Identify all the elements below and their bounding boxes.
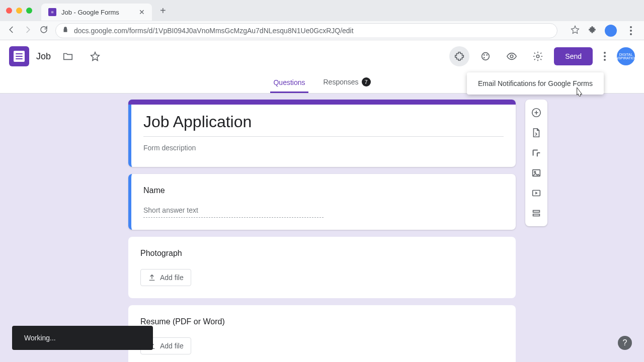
svg-point-1 [484, 54, 485, 56]
question-card-name[interactable]: Name Short answer text [128, 174, 516, 230]
window-maximize-button[interactable] [26, 8, 32, 14]
star-button[interactable] [85, 46, 105, 66]
doc-title[interactable]: Job [36, 51, 51, 62]
cursor-icon [574, 86, 584, 99]
svg-point-5 [537, 55, 540, 58]
account-avatar[interactable]: DIGITAL INSPIRATION [617, 47, 635, 65]
url-text: docs.google.com/forms/d/1VpBI094J0aVnoMm… [74, 27, 354, 35]
new-tab-button[interactable]: + [160, 5, 166, 17]
tab-responses[interactable]: Responses 7 [320, 77, 374, 93]
question-label[interactable]: Name [143, 186, 504, 195]
forms-header: Job Send DIGITAL INSPIRATION [0, 40, 644, 72]
tab-title: Job - Google Forms [61, 9, 119, 16]
browser-titlebar: ≡ Job - Google Forms ✕ + [0, 0, 644, 21]
help-icon: ? [623, 338, 627, 347]
lock-icon [62, 26, 69, 35]
tab-questions[interactable]: Questions [270, 78, 308, 93]
add-title-button[interactable] [525, 143, 547, 163]
question-card-photograph[interactable]: Photograph Add file [128, 237, 516, 298]
extensions-icon[interactable] [588, 25, 597, 36]
form-title[interactable]: Job Application [143, 113, 504, 137]
browser-menu-button[interactable] [625, 21, 637, 40]
title-card[interactable]: Job Application Form description [128, 100, 516, 167]
nav-buttons [7, 25, 48, 36]
browser-tab[interactable]: ≡ Job - Google Forms ✕ [41, 4, 152, 21]
short-answer-placeholder: Short answer text [143, 203, 324, 218]
move-folder-button[interactable] [58, 46, 78, 66]
status-toast: Working... [12, 326, 153, 350]
toolbar-right [565, 21, 637, 40]
add-file-label: Add file [160, 274, 184, 282]
tab-responses-label: Responses [324, 78, 359, 86]
question-label[interactable]: Resume (PDF or Word) [140, 317, 504, 326]
theme-button[interactable] [475, 46, 496, 66]
upload-icon [148, 274, 156, 282]
addons-button[interactable] [449, 46, 469, 66]
window-minimize-button[interactable] [16, 8, 22, 14]
back-button[interactable] [7, 25, 16, 36]
add-section-button[interactable] [525, 203, 547, 223]
bookmark-star-icon[interactable] [571, 25, 580, 36]
question-toolbar [525, 100, 547, 226]
svg-rect-11 [533, 214, 540, 216]
add-image-button[interactable] [525, 163, 547, 183]
add-file-button[interactable]: Add file [140, 269, 191, 286]
svg-point-3 [484, 57, 485, 58]
window-close-button[interactable] [6, 8, 12, 14]
window-controls [6, 8, 32, 14]
forms-logo[interactable] [9, 46, 29, 66]
header-actions: Send DIGITAL INSPIRATION [449, 46, 635, 66]
help-button[interactable]: ? [618, 336, 632, 350]
more-menu-button[interactable] [599, 47, 611, 66]
add-file-label: Add file [160, 342, 184, 350]
forward-button[interactable] [23, 25, 32, 36]
reload-button[interactable] [39, 25, 48, 36]
address-bar[interactable]: docs.google.com/forms/d/1VpBI094J0aVnoMm… [55, 23, 557, 38]
tab-favicon: ≡ [48, 8, 56, 16]
form-column: Job Application Form description Name Sh… [128, 100, 516, 362]
svg-point-0 [482, 53, 490, 60]
svg-rect-10 [533, 211, 540, 213]
svg-point-8 [534, 171, 536, 173]
question-label[interactable]: Photograph [140, 249, 504, 258]
add-question-button[interactable] [525, 103, 547, 123]
tab-questions-label: Questions [273, 78, 305, 86]
profile-avatar[interactable] [605, 25, 617, 37]
avatar-initials: DIGITAL INSPIRATION [615, 53, 637, 60]
form-description[interactable]: Form description [143, 141, 504, 155]
preview-button[interactable] [502, 46, 522, 66]
close-icon[interactable]: ✕ [139, 8, 145, 16]
responses-count-badge: 7 [362, 77, 371, 86]
svg-point-4 [511, 55, 514, 58]
title-accent [128, 100, 516, 105]
browser-toolbar: docs.google.com/forms/d/1VpBI094J0aVnoMm… [0, 21, 644, 40]
toast-message: Working... [24, 334, 56, 342]
import-questions-button[interactable] [525, 123, 547, 143]
settings-button[interactable] [528, 46, 548, 66]
send-button[interactable]: Send [554, 47, 593, 65]
question-card-resume[interactable]: Resume (PDF or Word) Add file [128, 305, 516, 362]
svg-point-2 [487, 54, 488, 56]
form-canvas: Job Application Form description Name Sh… [0, 94, 644, 362]
add-video-button[interactable] [525, 183, 547, 203]
